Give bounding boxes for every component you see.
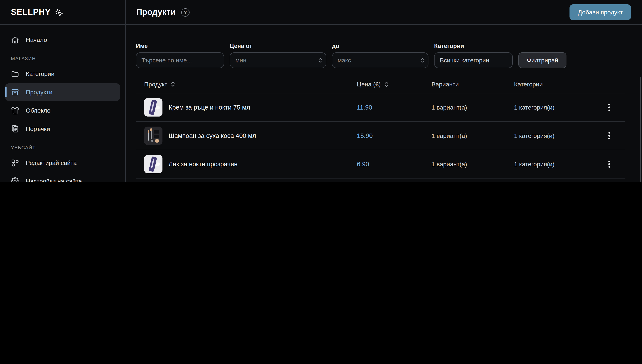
price-max-input[interactable] xyxy=(332,52,428,68)
sidebar-item-label: Редактирай сайта xyxy=(26,159,77,166)
filter-price-to-group: до xyxy=(332,43,428,68)
categories-filter-label: Категории xyxy=(434,43,513,49)
folder-icon xyxy=(11,70,19,78)
cursor-click-icon xyxy=(55,8,63,17)
column-header-variants: Варианти xyxy=(431,80,514,88)
product-variants: 1 вариант(а) xyxy=(431,132,514,139)
product-thumbnail xyxy=(144,155,163,173)
page-header: Продукти ? Добави продукт xyxy=(126,0,642,25)
sidebar-item-orders[interactable]: Поръчки xyxy=(5,120,120,138)
product-name: Лак за нокти прозрачен xyxy=(169,160,238,168)
sidebar-item-clothing[interactable]: Облекло xyxy=(5,102,120,119)
brand-name: SELLPHY xyxy=(11,8,51,17)
filter-submit-button[interactable]: Филтрирай xyxy=(518,52,566,68)
main-area: Продукти ? Добави продукт Име Цена от xyxy=(126,0,642,182)
table-row[interactable]: Лак за нокти прозрачен 6.90 1 вариант(а)… xyxy=(136,150,625,178)
price-from-label: Цена от xyxy=(230,43,326,49)
product-categories: 1 категория(и) xyxy=(514,160,601,168)
sidebar-nav: Начало МАГАЗИН Категории Продукти Обл xyxy=(0,25,125,182)
filter-bar: Име Цена от до xyxy=(136,43,625,68)
vertical-scrollbar[interactable] xyxy=(640,77,641,182)
sidebar-item-edit-site[interactable]: Редактирай сайта xyxy=(5,154,120,172)
sidebar-section-website: УЕБСАЙТ xyxy=(11,145,115,150)
product-thumbnail xyxy=(144,98,163,116)
orders-clipboard-icon xyxy=(11,124,19,133)
product-categories: 1 категория(и) xyxy=(514,104,601,111)
product-name: Шампоан за суха коса 400 мл xyxy=(169,132,256,139)
sidebar-item-products[interactable]: Продукти xyxy=(5,83,120,101)
row-actions-menu-button[interactable] xyxy=(603,101,615,114)
row-actions-menu-button[interactable] xyxy=(603,130,615,142)
help-icon[interactable]: ? xyxy=(181,8,190,16)
column-header-price[interactable]: Цена (€) xyxy=(357,80,431,88)
sidebar-item-label: Настройки на сайта xyxy=(26,178,82,182)
table-row[interactable]: Шампоан за суха коса 400 мл 15.90 1 вари… xyxy=(136,122,625,150)
brand-logo: SELLPHY xyxy=(0,0,125,25)
column-header-categories: Категории xyxy=(514,80,601,88)
home-icon xyxy=(11,36,19,44)
name-filter-label: Име xyxy=(136,43,224,49)
products-box-icon xyxy=(11,88,19,96)
row-actions-menu-button[interactable] xyxy=(603,158,615,170)
sidebar-item-label: Облекло xyxy=(26,107,51,114)
product-variants: 1 вариант(а) xyxy=(431,160,514,168)
product-price: 11.90 xyxy=(357,104,431,111)
product-variants: 1 вариант(а) xyxy=(431,104,514,111)
sidebar-item-label: Продукти xyxy=(26,88,53,96)
price-to-label: до xyxy=(332,43,428,49)
sort-arrows-icon xyxy=(171,81,175,87)
price-min-input[interactable] xyxy=(230,52,326,68)
product-name: Крем за ръце и нокти 75 мл xyxy=(169,104,250,111)
sidebar-item-categories[interactable]: Категории xyxy=(5,65,120,82)
table-row[interactable]: Крем за ръце и нокти 75 мл 11.90 1 вариа… xyxy=(136,94,625,122)
sidebar-section-store: МАГАЗИН xyxy=(11,56,115,61)
products-table: Продукт Цена (€) Варианти Категории xyxy=(136,75,625,182)
filter-name-group: Име xyxy=(136,43,224,68)
sort-arrows-icon xyxy=(384,81,388,87)
sidebar-item-site-settings[interactable]: Настройки на сайта xyxy=(5,172,120,182)
column-header-product[interactable]: Продукт xyxy=(144,80,357,88)
table-row[interactable]: Сух шампоан за обем 150 мл 13.90 1 вариа… xyxy=(136,178,625,182)
categories-select[interactable]: Всички категории xyxy=(434,52,513,68)
sidebar-item-label: Начало xyxy=(26,36,47,43)
app-window: SELLPHY Начало МАГАЗИН Категории xyxy=(0,0,642,182)
table-header-row: Продукт Цена (€) Варианти Категории xyxy=(136,75,625,94)
site-editor-icon xyxy=(11,159,19,167)
sidebar-item-label: Категории xyxy=(26,70,54,77)
tshirt-icon xyxy=(11,106,19,114)
name-search-input[interactable] xyxy=(136,52,224,68)
product-price: 6.90 xyxy=(357,160,431,168)
product-price: 15.90 xyxy=(357,132,431,139)
sidebar-item-label: Поръчки xyxy=(26,125,50,132)
page-title: Продукти xyxy=(136,8,176,17)
filter-price-from-group: Цена от xyxy=(230,43,326,68)
add-product-button[interactable]: Добави продукт xyxy=(569,4,631,20)
gear-icon xyxy=(11,177,19,182)
content-area: Име Цена от до xyxy=(126,25,642,182)
product-categories: 1 категория(и) xyxy=(514,132,601,139)
sidebar: SELLPHY Начало МАГАЗИН Категории xyxy=(0,0,126,182)
product-thumbnail xyxy=(144,126,163,145)
sidebar-item-home[interactable]: Начало xyxy=(5,31,120,48)
filter-categories-group: Категории Всички категории xyxy=(434,43,513,68)
